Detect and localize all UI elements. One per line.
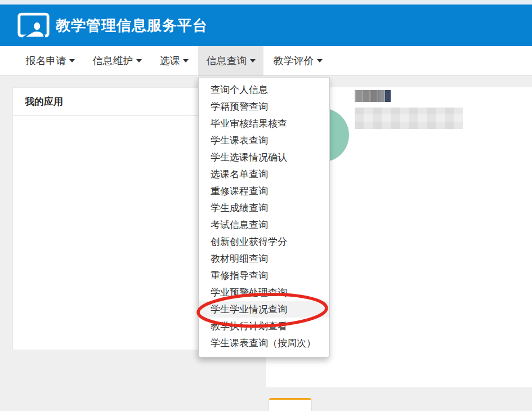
nav-item-2[interactable]: 信息维护 — [84, 46, 150, 75]
nav-item-5[interactable]: 教学评价 — [265, 46, 330, 75]
dropdown-menu-item[interactable]: 选课名单查询 — [199, 166, 329, 182]
chevron-down-icon — [136, 59, 142, 62]
dropdown-menu-item[interactable]: 毕业审核结果核查 — [199, 115, 329, 132]
nav-item-1[interactable]: 报名申请 — [17, 46, 83, 75]
app-header: 教学管理信息服务平台 — [0, 5, 532, 46]
nav-item-label: 选课 — [160, 54, 180, 68]
dropdown-menu-item[interactable]: 考试信息查询 — [199, 216, 329, 233]
dropdown-menu-item[interactable]: 学生课表查询（按周次） — [199, 334, 329, 351]
nav-item-3[interactable]: 选课 — [151, 46, 196, 75]
info-query-dropdown: 查询个人信息学籍预警查询毕业审核结果核查学生课表查询学生选课情况确认选课名单查询… — [198, 77, 330, 358]
nav-item-label: 报名申请 — [26, 54, 66, 68]
bottom-tab-partial[interactable] — [269, 398, 312, 411]
chevron-down-icon — [183, 59, 189, 62]
dropdown-menu-item[interactable]: 学生学业情况查询 — [199, 301, 329, 318]
redacted-user-details — [355, 108, 463, 129]
dropdown-menu-item[interactable]: 学生课表查询 — [199, 132, 329, 149]
dropdown-menu-item[interactable]: 学生成绩查询 — [199, 199, 329, 216]
redacted-username — [355, 90, 391, 102]
chevron-down-icon — [250, 59, 256, 62]
dropdown-menu-item[interactable]: 创新创业获得学分 — [199, 233, 329, 250]
dropdown-menu-item[interactable]: 教材明细查询 — [199, 250, 329, 267]
window-top-strip — [0, 0, 532, 5]
dropdown-menu-item[interactable]: 教学执行计划查看 — [199, 318, 329, 334]
nav-item-label: 教学评价 — [274, 54, 314, 68]
dropdown-menu-item[interactable]: 重修指导查询 — [199, 267, 329, 284]
dropdown-menu-item[interactable]: 学业预警处理查询 — [199, 284, 329, 301]
chevron-down-icon — [69, 59, 75, 62]
page-title: 教学管理信息服务平台 — [56, 16, 208, 35]
platform-logo-icon — [17, 12, 50, 39]
dropdown-menu-item[interactable]: 学生选课情况确认 — [199, 149, 329, 166]
dropdown-menu-item[interactable]: 学籍预警查询 — [199, 98, 329, 115]
main-nav: 报名申请信息维护选课信息查询教学评价 — [0, 46, 532, 76]
nav-item-label: 信息维护 — [93, 54, 133, 68]
dropdown-menu-item[interactable]: 查询个人信息 — [199, 81, 329, 98]
chevron-down-icon — [317, 59, 323, 62]
nav-item-label: 信息查询 — [207, 54, 247, 68]
nav-item-4[interactable]: 信息查询 — [198, 46, 263, 75]
dropdown-menu-item[interactable]: 重修课程查询 — [199, 182, 329, 199]
